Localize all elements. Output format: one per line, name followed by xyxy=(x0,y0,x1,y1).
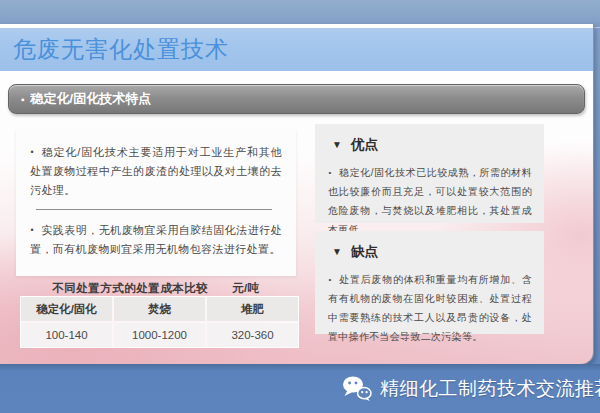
triangle-down-icon: ▼ xyxy=(332,246,342,257)
cost-table-value-cell: 1000-1200 xyxy=(114,323,205,347)
platform-name: 精细化工制药技术交流推荐平台 xyxy=(380,376,600,402)
disadvantages-heading-text: 缺点 xyxy=(351,244,378,259)
left-panel-bullet-1: •稳定化/固化技术主要适用于对工业生产和其他处置废物过程中产生的废渣的处理以及对… xyxy=(16,130,296,200)
cost-table-value-cell: 320-360 xyxy=(207,323,298,347)
triangle-down-icon: ▼ xyxy=(332,139,342,150)
advantages-panel: ▼优点 •稳定化/固化技术已比较成熟，所需的材料也比较廉价而且充足，可以处置较大… xyxy=(315,124,544,223)
section-header-bar: ▪ 稳定化/固化技术特点 xyxy=(8,84,585,114)
section-header-label: 稳定化/固化技术特点 xyxy=(31,90,152,108)
wechat-icon xyxy=(342,375,372,402)
disadvantages-panel: ▼缺点 •处置后废物的体积和重量均有所增加、含有有机物的废物在固化时较困难、处置… xyxy=(315,231,544,334)
bullet-icon: • xyxy=(328,272,331,287)
footer-bar: 精细化工制药技术交流推荐平台 xyxy=(0,364,600,413)
left-panel-bullet-2-text: 实践表明，无机废物宜采用自胶结固化法进行处置，而有机废物则宜采用无机物包容法进行… xyxy=(30,224,282,255)
disadvantages-heading: ▼缺点 xyxy=(315,231,544,261)
cost-table-header-cell: 稳定化/固化 xyxy=(21,297,112,321)
disadvantages-text: 处置后废物的体积和重量均有所增加、含有有机物的废物在固化时较困难、处置过程中需要… xyxy=(328,274,532,342)
advantages-text: 稳定化/固化技术已比较成熟，所需的材料也比较廉价而且充足，可以处置较大范围的危险… xyxy=(328,167,532,235)
slide-page: 危废无害化处置技术 ▪ 稳定化/固化技术特点 •稳定化/固化技术主要适用于对工业… xyxy=(0,0,600,413)
advantages-heading: ▼优点 xyxy=(315,124,544,154)
cost-table-header-cell: 堆肥 xyxy=(207,297,298,321)
advantages-bullet: •稳定化/固化技术已比较成熟，所需的材料也比较廉价而且充足，可以处置较大范围的危… xyxy=(315,154,544,239)
title-bar: 危废无害化处置技术 xyxy=(0,28,593,71)
disadvantages-bullet: •处置后废物的体积和重量均有所增加、含有有机物的废物在固化时较困难、处置过程中需… xyxy=(315,261,544,346)
cost-table-title: 不同处置方式的处置成本比较 元/吨 xyxy=(16,281,296,296)
page-title: 危废无害化处置技术 xyxy=(0,34,229,65)
left-panel-bullet-1-text: 稳定化/固化技术主要适用于对工业生产和其他处置废物过程中产生的废渣的处理以及对土… xyxy=(30,146,282,196)
bullet-icon: • xyxy=(328,165,331,180)
bullet-icon: • xyxy=(30,223,33,238)
left-panel-bullet-2: •实践表明，无机废物宜采用自胶结固化法进行处置，而有机废物则宜采用无机物包容法进… xyxy=(16,210,296,259)
square-bullet-icon: ▪ xyxy=(9,94,31,105)
cost-table-value-cell: 100-140 xyxy=(21,323,112,347)
cost-table-unit: 元/吨 xyxy=(232,282,260,294)
cost-table-header-cell: 焚烧 xyxy=(114,297,205,321)
cost-table: 稳定化/固化 焚烧 堆肥 100-140 1000-1200 320-360 xyxy=(20,296,299,348)
slide-card: 危废无害化处置技术 ▪ 稳定化/固化技术特点 •稳定化/固化技术主要适用于对工业… xyxy=(0,24,594,365)
left-text-panel: •稳定化/固化技术主要适用于对工业生产和其他处置废物过程中产生的废渣的处理以及对… xyxy=(16,130,296,276)
cost-table-title-text: 不同处置方式的处置成本比较 xyxy=(52,282,208,294)
advantages-heading-text: 优点 xyxy=(351,137,378,152)
bullet-icon: • xyxy=(30,145,33,160)
